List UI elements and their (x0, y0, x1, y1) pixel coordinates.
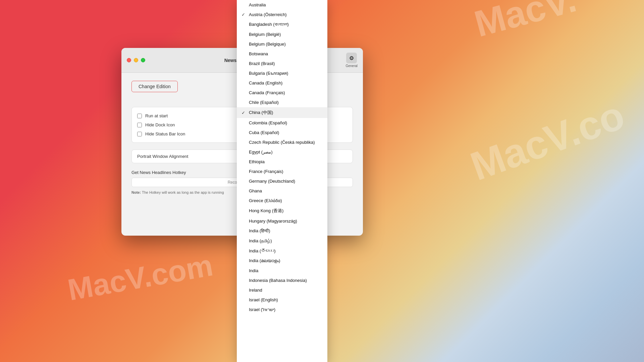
dropdown-item[interactable]: Hungary (Magyarország) (237, 216, 327, 226)
dropdown-item[interactable]: Bulgaria (България) (237, 68, 327, 78)
dropdown-item-text: Ethiopia (249, 159, 323, 164)
dropdown-item[interactable]: India (हिन्दी) (237, 226, 327, 236)
dropdown-item-text: Greece (Ελλάδα) (249, 198, 323, 203)
general-icon: ⚙ (346, 53, 357, 63)
dropdown-item-text: Indonesia (Bahasa Indonesia) (249, 278, 323, 283)
maximize-button[interactable] (141, 58, 145, 62)
dropdown-item[interactable]: Canada (English) (237, 78, 327, 88)
dropdown-item[interactable]: Brazil (Brasil) (237, 59, 327, 68)
dropdown-item[interactable]: India (മലയാളം) (237, 256, 327, 266)
dropdown-item-text: Israel (English) (249, 297, 323, 302)
hide-dock-label: Hide Dock Icon (145, 122, 175, 127)
dropdown-item-text: Bangladesh (বাংলাদেশ) (249, 22, 323, 27)
dropdown-item-text: Egypt (مصر) (249, 149, 323, 155)
checkmark-icon: ✓ (241, 12, 246, 17)
traffic-lights (127, 58, 145, 62)
dropdown-item-text: Canada (Français) (249, 90, 323, 95)
dropdown-item-text: India (తెలుగు) (249, 248, 323, 253)
minimize-button[interactable] (134, 58, 138, 62)
portrait-label: Portrait Window Alignment (137, 154, 188, 159)
dropdown-item-text: Colombia (Español) (249, 120, 323, 125)
dropdown-item[interactable]: India (தமிழ்) (237, 236, 327, 246)
dropdown-item[interactable]: Belgium (Belgique) (237, 39, 327, 49)
close-button[interactable] (127, 58, 131, 62)
dropdown-item[interactable]: India (తెలుగు) (237, 246, 327, 256)
dropdown-item[interactable]: Germany (Deutschland) (237, 176, 327, 186)
dropdown-item[interactable]: Ireland (237, 285, 327, 295)
general-icon-glyph: ⚙ (349, 55, 354, 61)
change-edition-button[interactable]: Change Edition (131, 81, 178, 92)
dropdown-item[interactable]: India (237, 266, 327, 276)
toolbar: ⚙ General (345, 53, 358, 68)
dropdown-item-text: India (249, 268, 323, 273)
run-at-start-checkbox[interactable] (137, 114, 142, 118)
dropdown-item[interactable]: Hong Kong (香港) (237, 205, 327, 216)
dropdown-item-text: Hungary (Magyarország) (249, 219, 323, 224)
dropdown-item-text: Bulgaria (България) (249, 71, 323, 76)
dropdown-item[interactable]: Colombia (Español) (237, 118, 327, 128)
dropdown-item[interactable]: Egypt (مصر) (237, 147, 327, 157)
dropdown-item-text: Botswana (249, 51, 323, 56)
dropdown-item[interactable]: Greece (Ελλάδα) (237, 196, 327, 205)
dropdown-item-text: India (தமிழ்) (249, 238, 323, 244)
dropdown-item[interactable]: France (Français) (237, 167, 327, 176)
dropdown-item-text: Ireland (249, 288, 323, 293)
dropdown-item[interactable]: Bangladesh (বাংলাদেশ) (237, 19, 327, 29)
dropdown-item[interactable]: Canada (Français) (237, 88, 327, 98)
dropdown-item-text: Belgium (België) (249, 32, 323, 37)
hide-statusbar-label: Hide Status Bar Icon (145, 131, 185, 136)
dropdown-item-text: Cuba (Español) (249, 130, 323, 135)
dropdown-item-text: India (മലയാളം) (249, 258, 323, 263)
dropdown-item-text: France (Français) (249, 169, 323, 174)
general-label: General (345, 64, 358, 68)
dropdown-item[interactable]: Cuba (Español) (237, 128, 327, 137)
dropdown-item[interactable]: Botswana (237, 49, 327, 59)
note-body: The Hotkey will work as long as the app … (142, 190, 224, 194)
dropdown-item[interactable]: ✓China (中国) (237, 107, 327, 118)
dropdown-item-text: Germany (Deutschland) (249, 179, 323, 184)
general-toolbar-item[interactable]: ⚙ General (345, 53, 358, 68)
dropdown-item[interactable]: Chile (Español) (237, 98, 327, 107)
hide-statusbar-checkbox[interactable] (137, 132, 142, 136)
dropdown-item[interactable]: Czech Republic (Česká republika) (237, 137, 327, 147)
dropdown-item-text: Brazil (Brasil) (249, 61, 323, 66)
checkmark-icon: ✓ (241, 110, 246, 115)
dropdown-item[interactable]: Belgium (België) (237, 29, 327, 39)
dropdown-item-text: Ghana (249, 188, 323, 193)
dropdown-item-text: Belgium (Belgique) (249, 42, 323, 47)
run-at-start-label: Run at start (145, 113, 168, 118)
hide-dock-checkbox[interactable] (137, 123, 142, 127)
dropdown-item[interactable]: Ethiopia (237, 157, 327, 167)
dropdown-item-text: India (हिन्दी) (249, 228, 323, 234)
dropdown-item-text: Hong Kong (香港) (249, 208, 323, 214)
dropdown-item[interactable]: Israel (English) (237, 295, 327, 305)
dropdown-item[interactable]: Israel (ישראל) (237, 305, 327, 314)
dropdown-item-text: Australia (249, 2, 323, 7)
dropdown-item[interactable]: ✓Austria (Österreich) (237, 10, 327, 19)
dropdown-item-text: Chile (Español) (249, 100, 323, 105)
dropdown-item[interactable]: Ghana (237, 186, 327, 196)
note-label: Note: (131, 190, 141, 194)
dropdown-item-text: China (中国) (249, 110, 323, 116)
dropdown-item-text: Canada (English) (249, 80, 323, 85)
dropdown-item-text: Austria (Österreich) (249, 12, 323, 17)
dropdown-item-text: Israel (ישראל) (249, 307, 323, 312)
dropdown-item[interactable]: Australia (237, 0, 327, 10)
dropdown-item[interactable]: Indonesia (Bahasa Indonesia) (237, 276, 327, 285)
dropdown-item-text: Czech Republic (Česká republika) (249, 140, 323, 145)
country-dropdown[interactable]: Australia✓Austria (Österreich)Bangladesh… (237, 0, 327, 362)
